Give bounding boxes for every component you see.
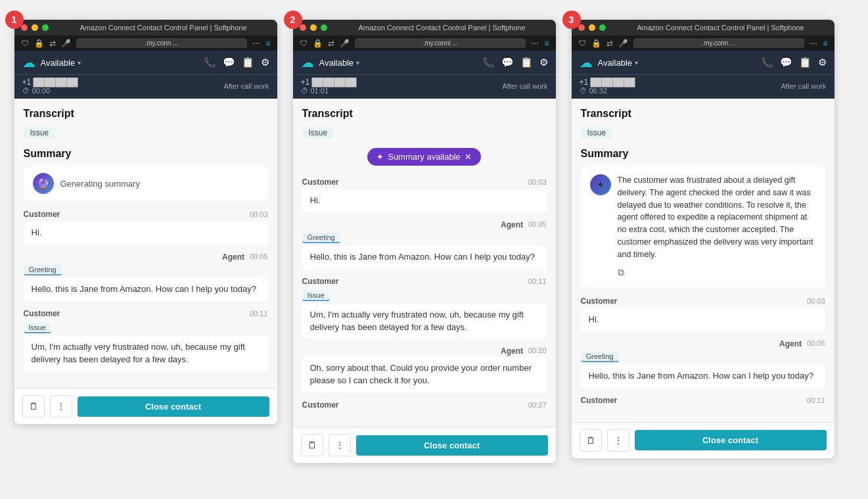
more-icon[interactable]: ⋯ xyxy=(252,39,260,48)
browser-bar: Amazon Connect Contact Control Panel | S… xyxy=(572,20,834,36)
content-area: TranscriptIssueSummary🔮Generating summar… xyxy=(14,99,277,388)
more-options-button[interactable]: ⋮ xyxy=(607,429,629,452)
message-text: Um, I'm actually very frustrated now, uh… xyxy=(302,304,547,339)
more-options-button[interactable]: ⋮ xyxy=(50,395,72,417)
message-label: Greeting xyxy=(581,352,619,362)
panel-footer: 🗒⋮Close contact xyxy=(14,388,277,424)
agent-row-header: Agent00:05 xyxy=(302,220,547,229)
headset-icon[interactable]: ⇄ xyxy=(606,39,613,48)
document-button[interactable]: 🗒 xyxy=(22,395,45,417)
content-area: TranscriptIssue✦Summary available ✕Custo… xyxy=(293,99,556,427)
mic-icon[interactable]: 🎤 xyxy=(618,39,628,48)
lock-icon[interactable]: 🔒 xyxy=(34,39,44,48)
shield-icon[interactable]: 🛡 xyxy=(21,39,29,48)
phone-icon[interactable]: 📞 xyxy=(204,57,216,68)
after-call-work-label: After call work xyxy=(223,82,269,90)
message-header: Customer00:03 xyxy=(581,297,825,306)
close-contact-button[interactable]: Close contact xyxy=(635,430,827,450)
close-contact-button[interactable]: Close contact xyxy=(78,396,269,417)
status-available[interactable]: Available ▾ xyxy=(41,58,81,68)
tl-yellow-traffic-light xyxy=(32,24,38,31)
browser-bar: Amazon Connect Contact Control Panel | S… xyxy=(293,20,556,36)
issue-tag[interactable]: Issue xyxy=(24,127,56,139)
more-options-button[interactable]: ⋮ xyxy=(329,434,351,456)
headset-icon[interactable]: ⇄ xyxy=(49,39,56,48)
message-sender: Agent xyxy=(779,339,802,348)
contact-bar: +1 ████████⏱ 06:32After call work xyxy=(572,74,834,99)
message-header: Customer00:03 xyxy=(302,178,547,187)
summary-title: Summary xyxy=(24,148,268,160)
lock-icon[interactable]: 🔒 xyxy=(313,39,323,48)
message-block: Customer00:27 xyxy=(302,400,547,410)
message-text: Hello, this is Jane from Amazon. How can… xyxy=(24,278,268,301)
mic-icon[interactable]: 🎤 xyxy=(61,39,71,48)
after-call-work-label: After call work xyxy=(781,82,826,90)
phone-icon[interactable]: 📞 xyxy=(761,57,773,68)
menu-icon[interactable]: ≡ xyxy=(823,39,827,48)
contact-phone: +1 ████████ xyxy=(580,78,635,87)
gear-icon[interactable]: ⚙ xyxy=(818,57,827,68)
clipboard-icon[interactable]: 📋 xyxy=(242,57,254,68)
contact-phone: +1 ████████ xyxy=(22,78,78,87)
phone-icon[interactable]: 📞 xyxy=(482,57,495,68)
message-sender: Customer xyxy=(302,400,339,410)
contact-bar: +1 ████████⏱ 01:01After call work xyxy=(293,74,556,99)
document-button[interactable]: 🗒 xyxy=(580,429,602,452)
nav-bar: 🛡🔒⇄🎤.my.conn ...⋯≡ xyxy=(572,36,834,51)
shield-icon[interactable]: 🛡 xyxy=(578,39,586,48)
chevron-down-icon: ▾ xyxy=(78,59,81,66)
issue-tag[interactable]: Issue xyxy=(581,127,613,139)
contact-bar: +1 ████████⏱ 00:00After call work xyxy=(14,74,277,99)
document-button[interactable]: 🗒 xyxy=(301,434,323,456)
nav-bar: 🛡🔒⇄🎤.my.conni ...⋯≡ xyxy=(293,36,556,51)
tl-yellow-traffic-light xyxy=(310,24,317,31)
message-time: 00:03 xyxy=(250,210,268,218)
transcript-title: Transcript xyxy=(581,108,825,120)
clipboard-icon[interactable]: 📋 xyxy=(520,57,533,68)
tl-yellow-traffic-light xyxy=(589,24,595,31)
more-icon[interactable]: ⋯ xyxy=(531,39,539,48)
tl-green-traffic-light xyxy=(42,24,49,31)
copy-summary-button[interactable]: ⧉ xyxy=(618,266,816,279)
gear-icon[interactable]: ⚙ xyxy=(261,57,269,68)
status-bar: ☁Available ▾📞💬📋⚙ xyxy=(572,51,834,74)
ai-avatar: 🔮 xyxy=(33,173,54,194)
panel-3: 3Amazon Connect Contact Control Panel | … xyxy=(572,20,834,458)
status-bar: ☁Available ▾📞💬📋⚙ xyxy=(293,51,556,74)
summary-text: The customer was frustrated about a dela… xyxy=(618,174,816,260)
menu-icon[interactable]: ≡ xyxy=(265,39,270,48)
agent-row-header: Agent00:20 xyxy=(302,346,547,356)
summary-section: Summary🔮Generating summary xyxy=(24,148,268,201)
chevron-down-icon: ▾ xyxy=(635,59,638,66)
status-available[interactable]: Available ▾ xyxy=(598,58,639,68)
lock-icon[interactable]: 🔒 xyxy=(591,39,601,48)
agent-row-header: Agent00:05 xyxy=(24,252,268,262)
summary-text-box: ✦The customer was frustrated about a del… xyxy=(581,166,825,287)
message-time: 00:11 xyxy=(807,396,825,404)
issue-tag[interactable]: Issue xyxy=(302,127,334,139)
gear-icon[interactable]: ⚙ xyxy=(539,57,548,68)
summary-available-close-icon[interactable]: ✕ xyxy=(465,152,472,162)
status-available[interactable]: Available ▾ xyxy=(319,58,360,68)
chat-icon[interactable]: 💬 xyxy=(780,57,792,68)
more-icon[interactable]: ⋯ xyxy=(810,39,817,48)
tl-green-traffic-light xyxy=(321,24,327,31)
chat-icon[interactable]: 💬 xyxy=(223,57,235,68)
message-text: Hi. xyxy=(302,189,547,212)
headset-icon[interactable]: ⇄ xyxy=(328,39,334,48)
shield-icon[interactable]: 🛡 xyxy=(300,39,308,48)
message-block: Customer00:03Hi. xyxy=(581,297,825,331)
clipboard-icon[interactable]: 📋 xyxy=(799,57,811,68)
close-contact-button[interactable]: Close contact xyxy=(356,435,548,456)
message-time: 00:05 xyxy=(807,339,825,348)
message-block: Agent00:05GreetingHello, this is Jane fr… xyxy=(302,220,547,269)
transcript-title: Transcript xyxy=(302,108,547,120)
message-time: 00:11 xyxy=(528,277,547,285)
message-header: Customer00:03 xyxy=(24,210,268,219)
message-block: Customer00:11IssueUm, I'm actually very … xyxy=(302,277,547,339)
summary-available-bar[interactable]: ✦Summary available ✕ xyxy=(367,148,481,166)
message-sender: Customer xyxy=(581,297,618,306)
menu-icon[interactable]: ≡ xyxy=(544,39,549,48)
mic-icon[interactable]: 🎤 xyxy=(340,39,350,48)
chat-icon[interactable]: 💬 xyxy=(501,57,514,68)
